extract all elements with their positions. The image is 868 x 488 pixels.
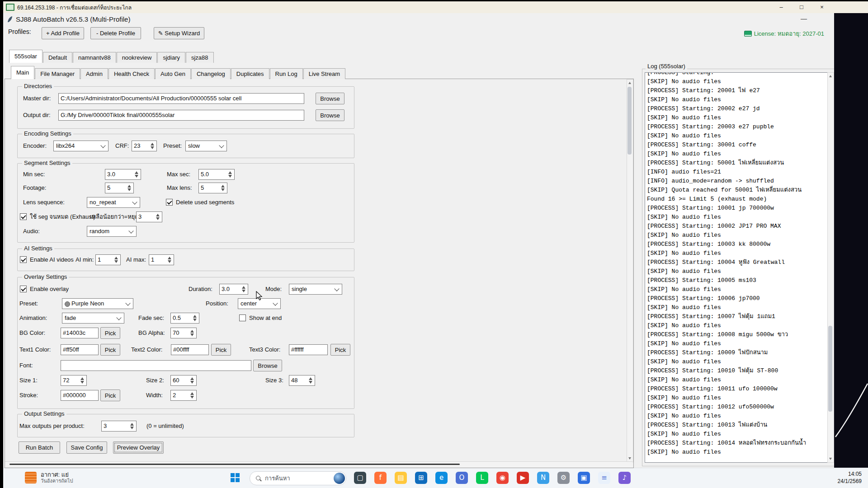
tab-file-manager[interactable]: File Manager bbox=[35, 68, 80, 79]
tab-health-check[interactable]: Health Check bbox=[108, 68, 155, 79]
chrome-icon[interactable]: ◉ bbox=[496, 472, 509, 484]
tab-run-log[interactable]: Run Log bbox=[270, 68, 303, 79]
taskbar-search[interactable]: การค้นหา bbox=[250, 471, 346, 485]
log-scroll-thumb[interactable] bbox=[828, 326, 832, 412]
encoder-select[interactable]: libx264 bbox=[53, 141, 108, 151]
youtube-icon[interactable]: ▶ bbox=[517, 472, 529, 484]
monitor-icon[interactable]: ▢ bbox=[354, 472, 366, 484]
lens-sequence-select[interactable]: no_repeat bbox=[87, 197, 140, 208]
text2-color-input[interactable]: #00ffff bbox=[171, 344, 209, 355]
photos-icon[interactable]: ▣ bbox=[578, 472, 590, 484]
remain-threshold-stepper[interactable]: 3 bbox=[136, 211, 162, 222]
text1-pick-button[interactable]: Pick bbox=[100, 344, 120, 356]
close-button[interactable]: × bbox=[815, 1, 829, 13]
tab-changelog[interactable]: Changelog bbox=[191, 68, 231, 79]
output-dir-input[interactable]: G:/My Drive/00000Tiktok final/0000555sol… bbox=[58, 110, 304, 121]
enable-overlay-checkbox[interactable] bbox=[20, 286, 27, 292]
duration-stepper[interactable]: 3.0 bbox=[219, 284, 248, 295]
tab-auto-gen[interactable]: Auto Gen bbox=[155, 68, 191, 79]
main-hscroll-thumb[interactable] bbox=[9, 464, 460, 465]
log-output[interactable]: [PROCESS] Starting: [SKIP] No audio file… bbox=[645, 72, 828, 463]
profile-tab-nookreview[interactable]: nookreview bbox=[117, 52, 157, 63]
log-scroll-up-arrow[interactable] bbox=[829, 75, 832, 77]
enable-ai-videos-checkbox[interactable] bbox=[20, 256, 27, 263]
tab-duplicates[interactable]: Duplicates bbox=[231, 68, 269, 79]
max-sec-stepper[interactable]: 5.0 bbox=[198, 169, 235, 180]
add-profile-button[interactable]: + Add Profile bbox=[42, 27, 84, 39]
stroke-pick-button[interactable]: Pick bbox=[100, 389, 120, 401]
notepad-plus-icon[interactable]: N bbox=[537, 472, 549, 484]
text3-pick-button[interactable]: Pick bbox=[330, 344, 350, 356]
microsoft-store-icon[interactable]: ⊞ bbox=[415, 472, 427, 484]
footage-stepper[interactable]: 5 bbox=[105, 183, 134, 193]
maximize-button[interactable]: □ bbox=[795, 1, 808, 13]
main-vscroll-thumb[interactable] bbox=[627, 87, 632, 155]
master-dir-input[interactable]: C:/Users/Administrator/Documents/All Pro… bbox=[58, 93, 304, 104]
font-browse-button[interactable]: Browse bbox=[253, 360, 282, 371]
media-player-icon[interactable]: ♪ bbox=[618, 472, 631, 484]
max-lens-stepper[interactable]: 5 bbox=[198, 183, 227, 193]
log-line: [SKIP] No audio files bbox=[645, 339, 828, 348]
text1-color-input[interactable]: #ff50ff bbox=[61, 344, 99, 355]
tab-main[interactable]: Main bbox=[11, 66, 34, 79]
file-explorer-icon[interactable]: ▤ bbox=[395, 472, 407, 484]
stroke-color-input[interactable]: #000000 bbox=[61, 390, 99, 401]
size2-stepper[interactable]: 60 bbox=[170, 375, 197, 386]
bg-color-pick-button[interactable]: Pick bbox=[100, 327, 120, 339]
edge-icon[interactable]: e bbox=[435, 472, 448, 484]
tab-admin[interactable]: Admin bbox=[80, 68, 108, 79]
min-sec-stepper[interactable]: 3.0 bbox=[105, 169, 141, 180]
profile-tab-sjza88[interactable]: sjza88 bbox=[186, 52, 214, 63]
exhaust-checkbox[interactable] bbox=[20, 213, 27, 220]
fade-sec-stepper[interactable]: 0.5 bbox=[170, 313, 199, 324]
max-outputs-stepper[interactable]: 3 bbox=[101, 421, 137, 432]
setup-wizard-button[interactable]: ✎ Setup Wizard bbox=[154, 27, 204, 39]
scroll-down-arrow[interactable] bbox=[628, 457, 631, 460]
animation-select[interactable]: fade bbox=[62, 313, 124, 324]
font-input[interactable] bbox=[61, 360, 251, 371]
audio-select[interactable]: random bbox=[87, 226, 137, 237]
firefox-icon[interactable]: f bbox=[374, 472, 387, 484]
mode-value: single bbox=[292, 286, 307, 292]
text2-pick-button[interactable]: Pick bbox=[211, 344, 231, 356]
scroll-up-arrow[interactable] bbox=[628, 82, 631, 84]
tab-live-stream[interactable]: Live Stream bbox=[303, 68, 345, 79]
mode-select[interactable]: single bbox=[289, 284, 342, 295]
delete-used-segments-checkbox[interactable] bbox=[166, 199, 173, 206]
run-batch-button[interactable]: Run Batch bbox=[19, 441, 60, 454]
start-button[interactable] bbox=[231, 473, 240, 482]
bg-alpha-stepper[interactable]: 70 bbox=[170, 328, 197, 338]
size3-stepper[interactable]: 48 bbox=[289, 375, 315, 386]
delete-profile-button[interactable]: - Delete Profile bbox=[90, 27, 141, 39]
size1-stepper[interactable]: 72 bbox=[61, 375, 87, 386]
profile-tab-555solar[interactable]: 555solar bbox=[9, 50, 42, 63]
stroke-width-stepper[interactable]: 2 bbox=[170, 390, 197, 401]
preview-overlay-button[interactable]: Preview Overlay bbox=[113, 441, 164, 454]
line-icon[interactable]: L bbox=[476, 472, 488, 484]
outlook-icon[interactable]: O bbox=[456, 472, 468, 484]
log-scrollbar[interactable] bbox=[827, 72, 834, 463]
profile-tab-sjdiary[interactable]: sjdiary bbox=[157, 52, 185, 63]
output-browse-button[interactable]: Browse bbox=[316, 109, 344, 121]
app-minimize-button[interactable]: — bbox=[796, 13, 811, 25]
log-scroll-down-arrow[interactable] bbox=[829, 458, 832, 460]
show-at-end-checkbox[interactable] bbox=[239, 314, 246, 321]
ai-min-stepper[interactable]: 1 bbox=[95, 254, 121, 265]
encode-preset-select[interactable]: slow bbox=[185, 141, 227, 151]
profile-tab-default[interactable]: Default bbox=[43, 52, 72, 63]
text3-color-input[interactable]: #ffffff bbox=[289, 344, 328, 355]
master-browse-button[interactable]: Browse bbox=[316, 93, 344, 104]
profile-tab-namnantv88[interactable]: namnantv88 bbox=[73, 52, 116, 63]
taskbar-weather-widget[interactable]: อากาศ: แย่ วันอังคารถัดไป bbox=[25, 471, 73, 484]
save-config-button[interactable]: Save Config bbox=[66, 441, 107, 454]
taskbar-clock[interactable]: 14:05 24/1/2569 bbox=[838, 470, 862, 485]
minimize-button[interactable]: – bbox=[774, 1, 788, 13]
overlay-preset-select[interactable]: Purple Neon bbox=[62, 298, 133, 309]
notepad-icon[interactable]: ≡ bbox=[598, 472, 610, 484]
ai-max-stepper[interactable]: 1 bbox=[149, 254, 174, 265]
main-vertical-scrollbar[interactable] bbox=[627, 79, 633, 462]
bg-color-input[interactable]: #14003c bbox=[61, 328, 99, 338]
main-horizontal-scrollbar[interactable] bbox=[5, 461, 632, 467]
crf-stepper[interactable]: 23 bbox=[132, 141, 157, 151]
settings-gear-icon[interactable]: ⚙ bbox=[557, 472, 570, 484]
